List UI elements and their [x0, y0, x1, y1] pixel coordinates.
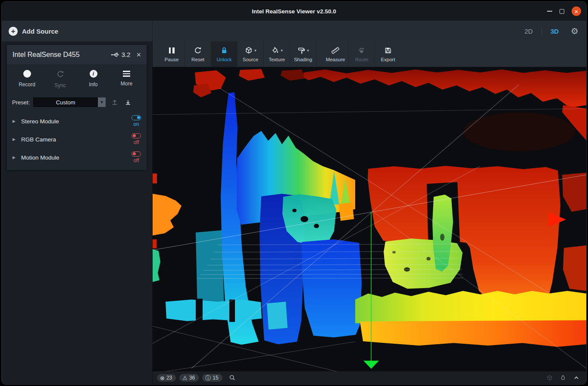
- download-icon[interactable]: [124, 98, 132, 106]
- preset-label: Preset:: [12, 99, 30, 106]
- export-button[interactable]: Export: [375, 41, 401, 67]
- texture-label: Texture: [269, 57, 285, 62]
- usb-icon: [111, 50, 119, 59]
- info-label: Info: [89, 82, 97, 88]
- viewport-3d: Pause Reset: [153, 41, 586, 384]
- record-icon: [23, 70, 31, 78]
- rgb-camera-toggle[interactable]: off: [131, 133, 141, 145]
- gear-icon[interactable]: ⚙: [571, 26, 579, 36]
- tab-2d[interactable]: 2D: [525, 28, 533, 35]
- errors-count: 23: [166, 375, 172, 381]
- preset-row: Preset: Custom ▼: [7, 92, 147, 110]
- stereo-module-state: on: [133, 121, 139, 127]
- titlebar: Intel RealSense Viewer v2.50.0 ×: [2, 2, 586, 21]
- rgb-camera-row[interactable]: ▶ RGB Camera off: [7, 130, 147, 148]
- sync-label: Sync: [54, 82, 66, 88]
- maximize-icon[interactable]: [560, 9, 564, 14]
- module-list: ▶ Stereo Module on ▶ RGB Camera off: [7, 110, 147, 170]
- rgb-camera-state: off: [133, 139, 139, 145]
- motion-module-row[interactable]: ▶ Motion Module off: [7, 148, 147, 166]
- expand-arrow-icon[interactable]: ▶: [13, 119, 21, 123]
- chevron-down-icon: ▾: [307, 48, 309, 53]
- warnings-badge[interactable]: ⚠ 36: [179, 374, 199, 382]
- stereo-module-toggle[interactable]: on: [131, 115, 141, 127]
- statusbar-right-icons: [546, 374, 582, 381]
- paw-icon: [357, 46, 366, 55]
- route-label: Route: [355, 57, 369, 62]
- sync-button: Sync: [44, 70, 77, 88]
- shading-button[interactable]: ▾ Shading: [290, 41, 316, 67]
- usb-version: 3.2: [122, 51, 131, 58]
- preset-io: [111, 98, 132, 106]
- chevron-up-icon[interactable]: [573, 374, 580, 381]
- add-source-label: Add Source: [22, 28, 58, 35]
- add-source-button[interactable]: + Add Source: [2, 21, 153, 41]
- stereo-module-row[interactable]: ▶ Stereo Module on: [7, 112, 147, 130]
- pause-button[interactable]: Pause: [159, 41, 185, 67]
- record-button[interactable]: Record: [10, 70, 44, 88]
- expand-arrow-icon[interactable]: ▶: [13, 155, 21, 160]
- chevron-down-icon: ▾: [254, 48, 256, 53]
- window-controls: ×: [547, 2, 581, 21]
- save-icon: [384, 46, 392, 55]
- hamburger-icon: [123, 70, 130, 77]
- pause-label: Pause: [165, 57, 179, 62]
- paint-roller-icon: [297, 46, 306, 55]
- info-badge[interactable]: ⓘ 15: [202, 374, 222, 382]
- search-icon[interactable]: [228, 374, 236, 382]
- error-icon: ⊗: [160, 375, 165, 381]
- record-label: Record: [19, 82, 35, 88]
- preset-value: Custom: [56, 99, 75, 106]
- expand-arrow-icon[interactable]: ▶: [13, 137, 21, 141]
- preset-dropdown-button[interactable]: ▼: [98, 97, 106, 107]
- pointcloud-canvas[interactable]: [153, 67, 586, 384]
- reset-button[interactable]: Reset: [185, 41, 211, 67]
- errors-badge[interactable]: ⊗ 23: [157, 374, 176, 382]
- route-button: Route: [349, 41, 375, 67]
- close-icon[interactable]: ×: [572, 6, 581, 16]
- droplet-icon[interactable]: [560, 374, 566, 381]
- shading-label: Shading: [294, 57, 312, 62]
- device-title: Intel RealSense D455: [13, 51, 80, 59]
- chevron-down-icon: ▾: [281, 48, 283, 53]
- preset-select[interactable]: Custom: [33, 97, 98, 107]
- device-panel-header: Intel RealSense D455 3.2 ×: [7, 45, 147, 64]
- toolbar-gap: [316, 41, 322, 67]
- more-button[interactable]: More: [110, 70, 143, 88]
- lock-icon: [220, 46, 228, 55]
- motion-module-toggle[interactable]: off: [131, 151, 141, 163]
- tab-3d[interactable]: 3D: [550, 28, 559, 35]
- top-toolbar: + Add Source 2D 3D ⚙: [2, 21, 586, 41]
- measure-button[interactable]: Measure: [322, 41, 348, 67]
- unlock-button[interactable]: Unlock: [211, 41, 237, 67]
- reset-icon: [194, 46, 202, 55]
- pause-icon: [169, 47, 175, 53]
- viewport-toolbar: Pause Reset: [153, 41, 586, 67]
- pointcloud-area: [153, 67, 586, 384]
- info-icon: ⓘ: [205, 375, 211, 381]
- paint-bucket-icon: [271, 46, 279, 55]
- info-button[interactable]: i Info: [77, 70, 110, 88]
- app-window: Intel RealSense Viewer v2.50.0 × + Add S…: [1, 1, 587, 385]
- usb-info: 3.2: [111, 50, 131, 59]
- viewport-statusbar: ⊗ 23 ⚠ 36 ⓘ 15: [153, 371, 586, 384]
- measure-label: Measure: [326, 57, 345, 62]
- reset-label: Reset: [191, 57, 204, 62]
- toggle-off-icon: [131, 133, 141, 138]
- motion-module-label: Motion Module: [21, 154, 59, 161]
- rgb-camera-label: RGB Camera: [21, 136, 56, 143]
- stereo-module-label: Stereo Module: [21, 118, 59, 125]
- view-switcher: 2D 3D ⚙: [525, 21, 586, 41]
- warnings-count: 36: [189, 375, 195, 381]
- info-count: 15: [213, 375, 218, 381]
- info-icon: i: [90, 70, 97, 78]
- device-close-icon[interactable]: ×: [136, 51, 141, 59]
- unlock-label: Unlock: [216, 57, 231, 62]
- source-button[interactable]: ▾ Source: [238, 41, 263, 67]
- more-label: More: [121, 81, 132, 87]
- ghost-cube-icon[interactable]: [546, 374, 553, 381]
- minimize-icon[interactable]: [547, 11, 552, 12]
- texture-button[interactable]: ▾ Texture: [264, 41, 290, 67]
- cube-icon: [244, 46, 253, 55]
- upload-icon[interactable]: [111, 98, 119, 106]
